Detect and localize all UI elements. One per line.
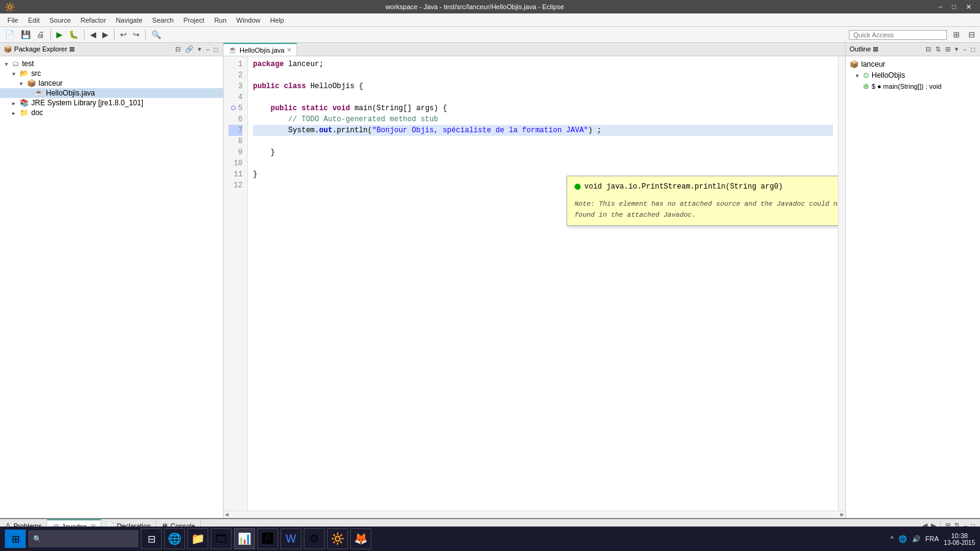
link-editor-button[interactable]: 🔗 (184, 45, 195, 53)
menu-refactor[interactable]: Refactor (76, 15, 111, 25)
code-content[interactable]: package lanceur; public class HelloObjis… (248, 56, 838, 511)
line-num-3: 3 (228, 81, 243, 92)
tray-chevron[interactable]: ^ (891, 535, 894, 542)
menu-navigate[interactable]: Navigate (111, 15, 147, 25)
toolbar: 📄 💾 🖨 ▶ 🐛 ◀ ▶ ↩ ↪ 🔍 ⊞ ⊟ (0, 27, 980, 43)
outline-menu-button[interactable]: ▾ (954, 45, 960, 53)
taskbar-app-word[interactable]: W (281, 528, 301, 549)
main-layout: 📦 Package Explorer ⊠ ⊟ 🔗 ▾ − □ ▾ 🗂 test … (0, 43, 980, 518)
outline-label-lanceur: lanceur (861, 60, 885, 69)
tray-clock: 10:38 13-08-2015 (944, 532, 975, 546)
panel-header-icons: ⊟ 🔗 ▾ − □ (174, 45, 219, 53)
line-num-4: 4 (228, 92, 243, 103)
menu-window[interactable]: Window (232, 15, 265, 25)
line-num-11: 11 (228, 169, 243, 180)
maximize-panel-button[interactable]: □ (213, 46, 219, 53)
start-button[interactable]: ⊞ (5, 530, 26, 548)
line-num-5: ⬡5 (228, 103, 243, 114)
tree-item-helloobjis[interactable]: ▸ ☕ HelloObjis.java (0, 88, 223, 98)
tree-item-doc[interactable]: ▸ 📁 doc (0, 108, 223, 118)
package-explorer-panel: 📦 Package Explorer ⊠ ⊟ 🔗 ▾ − □ ▾ 🗂 test … (0, 43, 224, 518)
perspectives-button[interactable]: ⊞ (951, 29, 962, 40)
method-icon (575, 184, 581, 190)
maximize-button[interactable]: □ (948, 3, 960, 11)
taskbar-app-store[interactable]: 🗔 (211, 528, 232, 549)
outline-class-icon: ⊙ (863, 71, 869, 80)
editor-scrollbar-vertical[interactable] (838, 56, 845, 511)
print-button[interactable]: 🖨 (34, 29, 47, 40)
outline-max-button[interactable]: □ (970, 46, 976, 53)
code-line-5: public static void main(String[] args) { (253, 103, 833, 114)
panel-menu-button[interactable]: ▾ (197, 45, 203, 53)
tree-item-jre[interactable]: ▸ 📚 JRE System Library [jre1.8.0_101] (0, 98, 223, 108)
scroll-right-arrow[interactable]: ▶ (839, 512, 845, 517)
tray-lang: FRA (925, 535, 939, 542)
outline-tree: 📦 lanceur ▾ ⊙ HelloObjis ⊕ $ ● main(Stri… (846, 56, 980, 518)
close-button[interactable]: ✕ (962, 3, 975, 11)
taskbar-app-explorer[interactable]: 📁 (187, 528, 208, 549)
menu-help[interactable]: Help (265, 15, 289, 25)
tree-item-lanceur[interactable]: ▾ 📦 lanceur (0, 78, 223, 88)
tab-close-helloobjis[interactable]: ✕ (287, 47, 292, 53)
line-num-10: 10 (228, 158, 243, 169)
outline-filter-button[interactable]: ⊞ (944, 45, 952, 53)
menu-file[interactable]: File (2, 15, 23, 25)
redo-button[interactable]: ↪ (130, 29, 142, 40)
outline-item-main[interactable]: ⊕ $ ● main(String[]) : void (846, 81, 980, 92)
taskbar: ⊞ ⊟ 🌐 📁 🗔 📊 🅰 W ⚙ 🔆 🦊 ^ 🌐 🔊 FRA 10:38 13… (0, 527, 980, 551)
outline-header: Outline ⊠ ⊟ ⇅ ⊞ ▾ − □ (846, 43, 980, 56)
outline-min-button[interactable]: − (962, 46, 968, 53)
tree-item-test[interactable]: ▾ 🗂 test (0, 59, 223, 69)
tray-volume-icon: 🔊 (912, 535, 921, 543)
taskbar-app-eclipse[interactable]: 🔆 (327, 528, 348, 549)
code-line-4 (253, 92, 833, 103)
jar-icon: 📚 (20, 99, 29, 107)
taskbar-app-access[interactable]: 🅰 (257, 528, 278, 549)
taskbar-app-edge[interactable]: 🌐 (164, 528, 185, 549)
taskbar-app-excel[interactable]: 📊 (234, 528, 255, 549)
menu-run[interactable]: Run (209, 15, 232, 25)
menu-search[interactable]: Search (148, 15, 179, 25)
search-tool-button[interactable]: 🔍 (149, 29, 164, 40)
menu-bar: File Edit Source Refactor Navigate Searc… (0, 13, 980, 27)
taskbar-app-unknown[interactable]: ⚙ (304, 528, 325, 549)
tree-item-src[interactable]: ▾ 📂 src (0, 69, 223, 78)
run-button[interactable]: ▶ (54, 29, 65, 40)
taskbar-search-input[interactable] (28, 530, 138, 547)
outline-item-lanceur[interactable]: 📦 lanceur (846, 59, 980, 70)
editor-container: 1 2 3 4 ⬡5 6 7 8 9 10 11 12 (224, 56, 845, 518)
project-icon: 🗂 (12, 59, 20, 68)
outline-item-helloobjis[interactable]: ▾ ⊙ HelloObjis (846, 70, 980, 81)
debug-button[interactable]: 🐛 (66, 29, 81, 40)
editor-scrollbar-horizontal[interactable]: ◀ ▶ (224, 511, 845, 518)
minimize-panel-button[interactable]: − (205, 46, 211, 53)
tree-label-jre: JRE System Library [jre1.8.0_101] (31, 99, 143, 107)
forward-button[interactable]: ▶ (100, 29, 111, 40)
new-button[interactable]: 📄 (2, 29, 17, 40)
menu-project[interactable]: Project (178, 15, 209, 25)
outline-method-icon: ⊕ (863, 82, 869, 91)
save-button[interactable]: 💾 (18, 29, 33, 40)
tree-label-helloobjis: HelloObjis.java (46, 89, 95, 97)
taskbar-app-firefox[interactable]: 🦊 (350, 528, 371, 549)
scroll-left-arrow[interactable]: ◀ (224, 512, 230, 517)
toolbar-sep-4 (145, 29, 146, 40)
arrow-doc: ▸ (12, 110, 20, 116)
back-button[interactable]: ◀ (88, 29, 99, 40)
undo-button[interactable]: ↩ (118, 29, 129, 40)
minimize-button[interactable]: − (935, 3, 946, 11)
outline-sort-button[interactable]: ⇅ (934, 45, 942, 53)
tree-label-src: src (31, 69, 41, 78)
editor-tab-helloobjis[interactable]: ☕ HelloObjis.java ✕ (224, 43, 297, 56)
outline-title: Outline ⊠ (850, 45, 878, 53)
package-icon: 📦 (27, 79, 36, 88)
taskbar-app-taskview[interactable]: ⊟ (141, 528, 162, 549)
quick-access-input[interactable] (849, 30, 947, 40)
outline-collapse-button[interactable]: ⊟ (924, 45, 932, 53)
menu-edit[interactable]: Edit (23, 15, 45, 25)
package-explorer-header: 📦 Package Explorer ⊠ ⊟ 🔗 ▾ − □ (0, 43, 223, 56)
code-tooltip: void java.io.PrintStream.println(String … (567, 176, 838, 226)
collapse-all-button[interactable]: ⊟ (174, 45, 182, 53)
menu-source[interactable]: Source (45, 15, 76, 25)
views-button[interactable]: ⊟ (966, 29, 978, 40)
